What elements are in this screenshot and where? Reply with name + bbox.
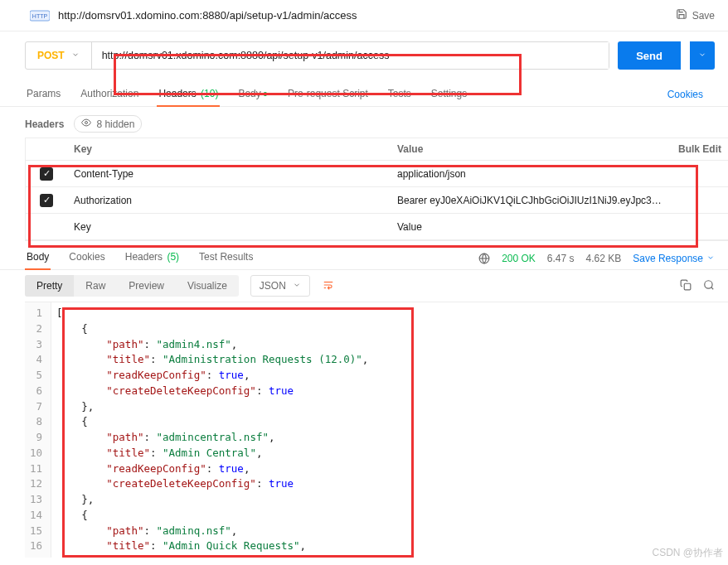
method-dropdown[interactable]: POST <box>26 42 92 69</box>
tab-settings[interactable]: Settings <box>430 83 468 106</box>
header-key[interactable]: Content-Type <box>67 163 391 185</box>
save-button[interactable]: Save <box>676 8 715 22</box>
resp-time: 6.47 s <box>547 253 575 264</box>
eye-icon <box>81 118 91 130</box>
header-row: ✓AuthorizationBearer eyJ0eXAiOiJKV1QiLCJ… <box>26 187 728 214</box>
tab-prerequest[interactable]: Pre-request Script <box>286 83 370 106</box>
svg-rect-7 <box>684 283 691 290</box>
url-input[interactable] <box>92 42 609 69</box>
resp-headers-label: Headers <box>125 251 163 263</box>
body-modified-dot-icon: • <box>263 86 268 103</box>
header-key[interactable]: Authorization <box>67 190 391 211</box>
tab-headers-count: (10) <box>201 88 218 99</box>
col-key: Key <box>67 138 391 160</box>
tab-params[interactable]: Params <box>25 83 62 106</box>
svg-line-9 <box>711 287 714 289</box>
svg-text:HTTP: HTTP <box>32 13 48 19</box>
new-value-input[interactable]: Value <box>391 216 670 238</box>
search-icon[interactable] <box>703 279 715 293</box>
bulk-edit-button[interactable]: Bulk Edit <box>670 138 728 160</box>
viewmode-pretty[interactable]: Pretty <box>25 275 74 297</box>
resp-tab-testresults[interactable]: Test Results <box>197 248 255 269</box>
tab-body[interactable]: Body• <box>236 83 269 106</box>
status-code: 200 OK <box>502 253 536 264</box>
send-dropdown[interactable] <box>690 41 715 70</box>
svg-point-8 <box>705 280 712 287</box>
tab-authorization[interactable]: Authorization <box>79 83 140 106</box>
tab-headers[interactable]: Headers (10) <box>157 83 220 106</box>
wrap-lines-icon[interactable] <box>322 279 335 293</box>
http-badge-icon: HTTP <box>30 9 50 22</box>
header-value[interactable]: Bearer eyJ0eXAiOiJKV1QiLCJhbGciOiJIUzI1N… <box>391 190 670 211</box>
viewmode-visualize[interactable]: Visualize <box>176 275 239 297</box>
headers-panel-title: Headers <box>25 118 64 130</box>
copy-icon[interactable] <box>680 279 692 293</box>
svg-point-2 <box>85 122 88 124</box>
cookies-link[interactable]: Cookies <box>667 89 703 100</box>
language-value: JSON <box>260 280 286 292</box>
resp-tab-body[interactable]: Body <box>25 248 51 269</box>
save-icon <box>676 8 687 22</box>
globe-icon <box>478 253 490 264</box>
view-mode-group: Pretty Raw Preview Visualize <box>25 275 239 297</box>
resp-headers-count: (5) <box>167 251 179 263</box>
tab-tests[interactable]: Tests <box>386 83 413 106</box>
language-dropdown[interactable]: JSON <box>250 275 310 297</box>
col-value: Value <box>391 138 670 160</box>
resp-size: 4.62 KB <box>586 253 622 264</box>
watermark: CSDN @协作者 <box>652 546 723 560</box>
chevron-down-icon <box>293 280 301 292</box>
header-checkbox[interactable]: ✓ <box>40 167 53 181</box>
viewmode-preview[interactable]: Preview <box>117 275 176 297</box>
save-label: Save <box>692 10 715 22</box>
hidden-count: 8 hidden <box>96 118 134 130</box>
header-checkbox[interactable]: ✓ <box>40 194 53 207</box>
header-value[interactable]: application/json <box>391 163 670 185</box>
method-value: POST <box>37 50 65 61</box>
send-button[interactable]: Send <box>618 41 681 70</box>
header-row: ✓Content-Typeapplication/json <box>26 161 728 187</box>
new-key-input[interactable]: Key <box>67 216 391 238</box>
save-response-button[interactable]: Save Response <box>633 253 715 264</box>
request-title: http://domsrv01.xdomino.com:8880/api/set… <box>58 9 357 22</box>
tab-body-label: Body <box>238 88 260 99</box>
chevron-down-icon <box>706 253 715 264</box>
hidden-headers-toggle[interactable]: 8 hidden <box>74 115 142 133</box>
tab-headers-label: Headers <box>158 88 196 99</box>
resp-tab-cookies[interactable]: Cookies <box>67 248 106 269</box>
headers-table: Key Value Bulk Edit ✓Content-Typeapplica… <box>25 138 728 241</box>
chevron-down-icon <box>71 50 80 61</box>
response-body[interactable]: [ { "path": "admin4.nsf", "title": "Admi… <box>51 302 373 558</box>
save-response-label: Save Response <box>633 253 703 264</box>
resp-tab-headers[interactable]: Headers (5) <box>124 248 181 269</box>
viewmode-raw[interactable]: Raw <box>74 275 117 297</box>
chevron-down-icon <box>698 50 706 61</box>
